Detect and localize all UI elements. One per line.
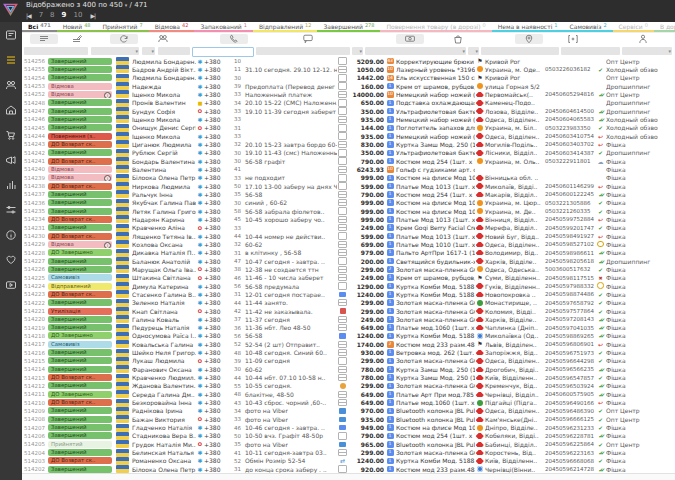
table-row[interactable]: 514226ЗавершенийМарущак Ольга Іва..O+380… xyxy=(22,265,675,273)
tracking-number[interactable]: 0503222911801 xyxy=(545,158,595,164)
tracking-number[interactable]: 20450598117515 xyxy=(545,275,595,281)
phone-number[interactable]: +380 xyxy=(204,382,228,389)
sidebar-clients-icon[interactable] xyxy=(4,78,18,92)
filter-carrier[interactable]: ▾ xyxy=(468,47,479,55)
table-row[interactable]: 514231ЗавершенийКравченко АлінаO+3803324… xyxy=(22,224,675,232)
phone-number[interactable]: +380 xyxy=(204,141,228,148)
tracking-number[interactable]: 20450605294816 xyxy=(545,91,595,97)
phone-number[interactable]: +380 xyxy=(204,74,228,81)
table-row[interactable]: 514217СамовивізКовальська Галина✱+380525… xyxy=(22,340,675,348)
phone-number[interactable]: +380 xyxy=(204,158,228,165)
chevron-down-icon[interactable]: ▾ xyxy=(462,48,465,54)
phone-number[interactable]: +380 xyxy=(204,332,228,339)
page-8[interactable]: 8 xyxy=(50,11,54,19)
tab-Відмова[interactable]: Відмова42 xyxy=(149,22,195,32)
sidebar-purchases-icon[interactable] xyxy=(4,128,18,142)
app-logo-icon[interactable] xyxy=(3,2,18,21)
tracking-number[interactable]: 20450596547857 xyxy=(545,375,595,381)
phone-number[interactable]: +380 xyxy=(204,91,228,98)
tab-Новий[interactable]: Новий48 xyxy=(57,22,97,32)
phone-number[interactable]: +380 xyxy=(204,216,228,223)
phone-number[interactable]: +380 xyxy=(204,424,228,431)
displayed-range[interactable]: Відображено з 400 по 450 ▾ / 471 xyxy=(26,1,148,9)
phone-number[interactable]: +380 xyxy=(204,133,228,140)
phone-icon[interactable] xyxy=(220,34,248,44)
table-row[interactable]: 514245ЗавершенийОнищук Денис Сергі..O+38… xyxy=(22,124,675,132)
table-row[interactable]: 514202ЗавершенийБілоока Олена Петр..✱+38… xyxy=(22,465,675,473)
filter-status[interactable] xyxy=(24,47,88,55)
last-page-button[interactable]: ▶| xyxy=(90,12,95,19)
table-row[interactable]: 514224ВідправленийДимула Катерина✱+38056… xyxy=(22,282,675,290)
tab-Самовивіз[interactable]: Самовивіз2 xyxy=(564,22,613,32)
filter-country[interactable]: ▾ xyxy=(142,47,155,55)
tab-Сервіси[interactable]: Сервіси0 xyxy=(613,22,654,32)
phone-number[interactable]: +380 xyxy=(204,224,228,231)
tracking-number[interactable]: 20450597988332 xyxy=(545,283,595,289)
table-row[interactable]: 514204ЗавершенийБелинская Наталья✱+38041… xyxy=(22,448,675,456)
tracking-number[interactable]: 20450598874486 xyxy=(545,291,595,297)
tracking-number[interactable]: 0503221305886 xyxy=(545,200,595,206)
tracking-number[interactable]: 5003600517632 xyxy=(545,266,595,272)
phone-number[interactable]: +380 xyxy=(204,58,228,65)
table-row[interactable]: 514240ВідмоваВалентина✱+380416243.9310Го… xyxy=(22,165,675,173)
phone-number[interactable]: +380 xyxy=(204,441,228,448)
tracking-number[interactable]: 20450603410754 xyxy=(545,133,595,139)
sidebar-stats-icon[interactable] xyxy=(4,178,18,192)
table-row[interactable]: 514214ЗавершенийФаранович Оксана✱+380306… xyxy=(22,365,675,373)
filter-comment[interactable] xyxy=(256,47,350,55)
phone-number[interactable]: +380 xyxy=(204,391,228,398)
filter-flag[interactable]: ▾ xyxy=(91,47,139,55)
phone-number[interactable]: +380 xyxy=(204,183,228,190)
phone-number[interactable]: +380 xyxy=(204,99,228,106)
table-row[interactable]: 514239ВідмоваiБілоока Олена Петр..✱+3803… xyxy=(22,174,675,182)
phone-number[interactable]: +380 xyxy=(204,308,228,315)
tracking-number[interactable]: 0503223983350 xyxy=(545,125,595,131)
tracking-number[interactable]: 20450603403702 xyxy=(545,141,595,147)
tracking-number[interactable]: 20450600122245 xyxy=(545,191,595,197)
table-row[interactable]: 514213ДО Возврат ск..Кравченко Людмил..✱… xyxy=(22,373,675,381)
tracking-number[interactable]: 20450599752884 xyxy=(545,216,595,222)
money-icon[interactable] xyxy=(396,34,424,44)
tracking-number[interactable]: 0503226036182 xyxy=(545,66,595,72)
table-row[interactable]: 514244Повернення (з..Іщенко Микола✱+3803… xyxy=(22,132,675,140)
sidebar-settings-icon[interactable] xyxy=(4,203,18,217)
filter-phone[interactable] xyxy=(192,47,254,57)
phone-number[interactable]: +380 xyxy=(204,258,228,265)
sidebar-video-icon[interactable] xyxy=(4,278,18,292)
page-10[interactable]: 10 xyxy=(73,11,82,19)
chevron-down-icon[interactable]: ▾ xyxy=(359,48,362,54)
tracking-number[interactable]: 20450598869265 xyxy=(545,333,595,339)
phone-number[interactable]: +380 xyxy=(204,324,228,331)
phone-number[interactable]: +380 xyxy=(204,457,228,464)
filter-address[interactable] xyxy=(481,47,559,55)
tracking-number[interactable]: 20450596806901 xyxy=(545,341,595,347)
table-row[interactable]: 514207ЗавершенийГладченко Наталія✱+38046… xyxy=(22,423,675,431)
table-row[interactable]: 514253ВідмоваНадежда✱+38039Предоплата (П… xyxy=(22,82,675,90)
filter-name[interactable] xyxy=(158,47,190,55)
tab-Всі[interactable]: Всі471 xyxy=(22,22,57,32)
tracking-number[interactable]: 20450598986611 xyxy=(545,250,595,256)
tab-Повернення товару (в дорозі)[interactable]: Повернення товару (в дорозі)0 xyxy=(380,22,491,32)
phone-number[interactable]: +380 xyxy=(204,199,228,206)
status-icon[interactable] xyxy=(30,34,58,44)
table-row[interactable]: 514247ЗавершенийБундук СофіяO+3803319.10… xyxy=(22,107,675,115)
basket-icon[interactable] xyxy=(453,34,463,44)
table-row[interactable]: 514252ВідмоваiІщенко Микола✱+38033Наложе… xyxy=(22,90,675,98)
tracking-number[interactable]: 20450596666125 xyxy=(545,416,595,422)
table-row[interactable]: 514210ДО Возврат ск..Безкоровайна Інна✱+… xyxy=(22,398,675,406)
tracking-number[interactable]: 20450597208143 xyxy=(545,316,595,322)
tracking-number[interactable]: 20450603414387 xyxy=(545,150,595,156)
tracking-number[interactable]: 20450597041035 xyxy=(545,325,595,331)
phone-number[interactable]: +380 xyxy=(204,266,228,273)
tracking-number[interactable]: 20450596644298 xyxy=(545,358,595,364)
filter-source[interactable]: ▾ xyxy=(622,47,672,55)
chevron-down-icon[interactable]: ▾ xyxy=(135,48,138,54)
phone-number[interactable]: +380 xyxy=(204,108,228,115)
tracking-number[interactable]: 20450596225864 xyxy=(545,441,595,447)
tracking-number[interactable]: 20450596566235 xyxy=(545,366,595,372)
table-row[interactable]: 514216ЗавершенийШейко Неля Григор..✱+380… xyxy=(22,348,675,356)
table-row[interactable]: 514228ДО ЗавершеноДикавка Наталія П..✱+3… xyxy=(22,249,675,257)
sidebar-board-icon[interactable] xyxy=(4,28,18,42)
tab-Прийнятий[interactable]: Прийнятий7 xyxy=(97,22,149,32)
tracking-number[interactable]: 20450596668068 xyxy=(545,458,595,464)
